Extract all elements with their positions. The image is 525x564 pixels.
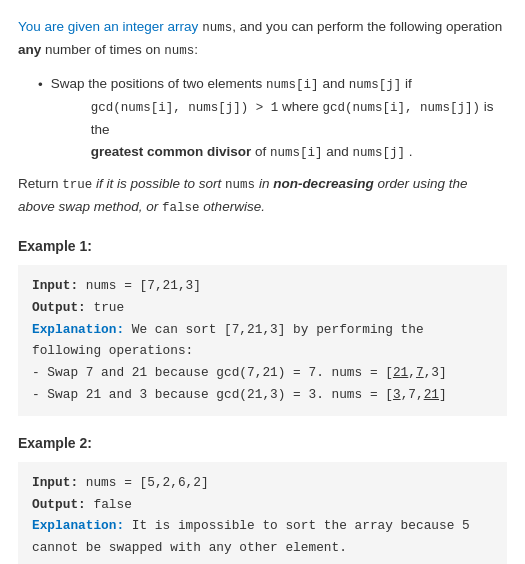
example1-output-line: Output: true: [32, 297, 493, 319]
bullet-dot: •: [38, 74, 43, 163]
bullet-and1: and: [319, 76, 349, 91]
bullet-line1-pre: Swap the positions of two elements: [51, 76, 266, 91]
example1-exp-label: Explanation:: [32, 322, 124, 337]
example2-section: Example 2: Input: nums = [5,2,6,2] Outpu…: [18, 432, 507, 564]
example1-box: Input: nums = [7,21,3] Output: true Expl…: [18, 265, 507, 416]
intro-part2: , and you can perform the following oper…: [232, 19, 502, 34]
bullet-gcd-line: greatest common divisor of nums[i] and n…: [51, 141, 413, 164]
gcd-end: .: [405, 144, 413, 159]
gcd-numsj: nums[j]: [353, 146, 406, 160]
intro-part3: number of times on: [41, 42, 164, 57]
return-prefix: Return: [18, 176, 62, 191]
bullet-gcd-expr: gcd(nums[i], nums[j]) > 1: [91, 101, 279, 115]
gcd-numsi: nums[i]: [270, 146, 323, 160]
example1-input-label: Input:: [32, 278, 78, 293]
return-bold-italic: non-decreasing: [273, 176, 374, 191]
example1-line2: following operations:: [32, 340, 493, 362]
example2-output-line: Output: false: [32, 494, 493, 516]
bullet-code-numsj: nums[j]: [349, 78, 402, 92]
example1-ul2: 7: [416, 365, 424, 380]
gcd-bold: greatest common divisor: [91, 144, 252, 159]
example2-output-label: Output:: [32, 497, 86, 512]
return-italic1: if it is possible to sort: [92, 176, 225, 191]
example1-output-code: true: [93, 300, 124, 315]
bullet-indent: gcd(nums[i], nums[j]) > 1 where gcd(nums…: [51, 96, 507, 141]
example1-section: Example 1: Input: nums = [7,21,3] Output…: [18, 235, 507, 416]
intro-code2: nums: [164, 44, 194, 58]
example2-explanation-line: Explanation: It is impossible to sort th…: [32, 515, 493, 537]
example2-input-val: nums = [5,2,6,2]: [86, 475, 209, 490]
intro-paragraph: You are given an integer array nums, and…: [18, 16, 507, 61]
bullet-if: if: [401, 76, 412, 91]
example2-input-line: Input: nums = [5,2,6,2]: [32, 472, 493, 494]
example2-output-code: false: [93, 497, 131, 512]
example2-exp-text: It is impossible to sort the array becau…: [124, 518, 470, 533]
return-italic2: in: [255, 176, 273, 191]
intro-code1: nums: [202, 21, 232, 35]
example1-line4: - Swap 21 and 3 because gcd(21,3) = 3. n…: [32, 384, 493, 406]
example1-exp-text: We can sort [7,21,3] by performing the: [124, 322, 424, 337]
example2-title: Example 2:: [18, 432, 507, 454]
gcd-of: of: [251, 144, 270, 159]
example1-ul1: 21: [393, 365, 408, 380]
gcd-and: and: [323, 144, 353, 159]
example1-ul4: 21: [424, 387, 439, 402]
example1-explanation-line: Explanation: We can sort [7,21,3] by per…: [32, 319, 493, 341]
bullet-content: Swap the positions of two elements nums[…: [51, 73, 507, 163]
example2-exp-label: Explanation:: [32, 518, 124, 533]
intro-part4: :: [194, 42, 198, 57]
return-false: false: [162, 201, 200, 215]
intro-bold1: any: [18, 42, 41, 57]
example1-title: Example 1:: [18, 235, 507, 257]
bullet-item: • Swap the positions of two elements num…: [38, 73, 507, 163]
bullet-code-numsi: nums[i]: [266, 78, 319, 92]
example1-input-val: nums = [7,21,3]: [86, 278, 201, 293]
bullet-gcd2: gcd(nums[i], nums[j]): [323, 101, 481, 115]
return-italic4: otherwise.: [200, 199, 265, 214]
example1-input-line: Input: nums = [7,21,3]: [32, 275, 493, 297]
bullet-section: • Swap the positions of two elements num…: [38, 73, 507, 163]
example2-input-label: Input:: [32, 475, 78, 490]
example1-line3: - Swap 7 and 21 because gcd(7,21) = 7. n…: [32, 362, 493, 384]
bullet-where: where: [278, 99, 322, 114]
return-true: true: [62, 178, 92, 192]
return-section: Return true if it is possible to sort nu…: [18, 173, 507, 218]
example2-box: Input: nums = [5,2,6,2] Output: false Ex…: [18, 462, 507, 564]
intro-highlight: You are given an integer array: [18, 19, 202, 34]
example2-line2: cannot be swapped with any other element…: [32, 537, 493, 559]
example1-output-label: Output:: [32, 300, 86, 315]
return-nums: nums: [225, 178, 255, 192]
example1-ul3: 3: [393, 387, 401, 402]
